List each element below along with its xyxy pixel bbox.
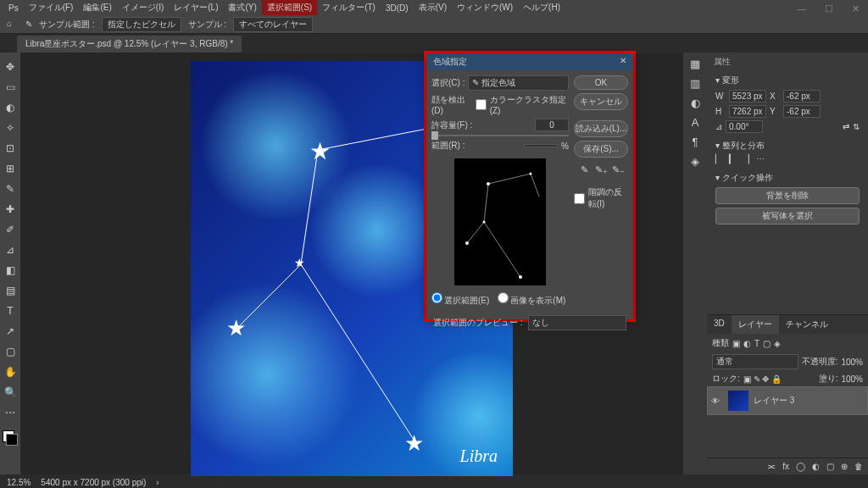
type-panel-icon[interactable]: A	[692, 116, 699, 129]
save-button[interactable]: 保存(S)...	[574, 141, 628, 158]
layer-name[interactable]: レイヤー 3	[754, 395, 794, 407]
menu-filter[interactable]: フィルター(T)	[317, 0, 381, 15]
sample-select[interactable]: すべてのレイヤー	[233, 17, 313, 32]
menu-edit[interactable]: 編集(E)	[78, 0, 116, 15]
fx-icon[interactable]: fx	[782, 462, 789, 471]
radio-selection[interactable]: 選択範囲(E)	[431, 292, 489, 307]
menu-image[interactable]: イメージ(I)	[117, 0, 169, 15]
close-icon[interactable]: ✕	[847, 2, 865, 16]
more-tools-icon[interactable]: ⋯	[3, 405, 18, 420]
hand-tool-icon[interactable]: ✋	[3, 364, 18, 380]
flip-v-icon[interactable]: ⇅	[853, 122, 860, 131]
styles-panel-icon[interactable]: ◈	[691, 155, 699, 168]
menu-help[interactable]: ヘルプ(H)	[518, 0, 565, 15]
blend-mode-select[interactable]: 通常	[712, 354, 798, 369]
tab-3d[interactable]: 3D	[707, 315, 732, 334]
paragraph-panel-icon[interactable]: ¶	[693, 136, 698, 148]
move-tool-icon[interactable]: ✥	[3, 59, 18, 75]
heal-tool-icon[interactable]: ✚	[3, 202, 18, 217]
select-subject-button[interactable]: 被写体を選択	[715, 208, 860, 225]
wand-tool-icon[interactable]: ✧	[3, 120, 18, 136]
align-right-icon[interactable]: ▕	[743, 154, 749, 164]
eyedropper-add-icon[interactable]: ✎₊	[594, 164, 608, 178]
zoom-level[interactable]: 12.5%	[7, 478, 31, 487]
radio-image[interactable]: 画像を表示(M)	[498, 292, 565, 307]
frame-tool-icon[interactable]: ⊞	[3, 161, 18, 176]
path-tool-icon[interactable]: ↗	[3, 324, 18, 339]
crop-tool-icon[interactable]: ⊡	[3, 141, 18, 156]
document-tab[interactable]: Libra星座ポスター.psd @ 12.5% (レイヤー 3, RGB/8) …	[17, 36, 242, 53]
select-dropdown[interactable]: ✎ 指定色域	[468, 75, 569, 91]
width-input[interactable]	[729, 90, 766, 103]
color-panel-icon[interactable]: ▦	[690, 58, 700, 70]
lock-icons[interactable]: ▣ ✎ ✥ 🔒	[743, 374, 782, 384]
menu-3d[interactable]: 3D(D)	[381, 2, 414, 14]
filter-pixel-icon[interactable]: ▣	[732, 339, 740, 348]
filter-adjust-icon[interactable]: ◐	[743, 339, 751, 348]
minimize-icon[interactable]: —	[792, 2, 811, 16]
preview-mode-select[interactable]: なし	[528, 315, 626, 330]
fuzziness-input[interactable]: 0	[535, 119, 569, 131]
stamp-tool-icon[interactable]: ⊿	[3, 242, 18, 258]
dialog-titlebar[interactable]: 色域指定 ✕	[426, 53, 633, 70]
align-more-icon[interactable]: ⋯	[756, 154, 765, 164]
filter-type-icon[interactable]: T	[754, 339, 760, 348]
adjustments-panel-icon[interactable]: ◐	[691, 97, 700, 109]
load-button[interactable]: 読み込み(L)...	[574, 120, 628, 137]
lasso-tool-icon[interactable]: ◐	[3, 100, 18, 115]
layer-row[interactable]: 👁 レイヤー 3	[707, 386, 868, 415]
opacity-value[interactable]: 100%	[841, 358, 863, 367]
filter-smart-icon[interactable]: ◈	[774, 339, 781, 348]
dialog-close-icon[interactable]: ✕	[620, 56, 626, 68]
eraser-tool-icon[interactable]: ◧	[3, 263, 18, 278]
home-icon[interactable]: ⌂	[7, 19, 19, 30]
angle-icon: ⊿	[715, 122, 722, 131]
adjustment-layer-icon[interactable]: ◐	[812, 462, 820, 471]
angle-input[interactable]	[726, 120, 763, 133]
status-chevron-icon[interactable]: ›	[156, 478, 159, 487]
visibility-icon[interactable]: 👁	[711, 396, 723, 406]
swatches-panel-icon[interactable]: ▥	[690, 77, 700, 90]
sample-area-select[interactable]: 指定したピクセル	[102, 17, 181, 32]
layer-thumbnail[interactable]	[728, 391, 748, 411]
ok-button[interactable]: OK	[574, 75, 628, 90]
align-center-icon[interactable]: ▎	[729, 154, 736, 164]
cancel-button[interactable]: キャンセル	[574, 93, 628, 110]
gradient-tool-icon[interactable]: ▤	[3, 283, 18, 298]
marquee-tool-icon[interactable]: ▭	[3, 80, 18, 95]
maximize-icon[interactable]: ☐	[820, 2, 838, 16]
eyedropper-sub-icon[interactable]: ✎₋	[611, 164, 625, 178]
tab-channels[interactable]: チャンネル	[779, 315, 835, 334]
new-layer-icon[interactable]: ⊕	[841, 462, 848, 471]
link-layers-icon[interactable]: ⫘	[767, 462, 776, 471]
mask-icon[interactable]: ◯	[796, 462, 805, 471]
menu-type[interactable]: 書式(Y)	[223, 0, 261, 15]
menu-layer[interactable]: レイヤー(L)	[169, 0, 223, 15]
zoom-tool-icon[interactable]: 🔍	[3, 385, 18, 400]
shape-tool-icon[interactable]: ▢	[3, 344, 18, 359]
menu-window[interactable]: ウィンドウ(W)	[452, 0, 518, 15]
menu-view[interactable]: 表示(V)	[414, 0, 452, 15]
eyedropper-icon[interactable]: ✎	[577, 164, 591, 178]
group-icon[interactable]: ▢	[826, 462, 834, 471]
remove-bg-button[interactable]: 背景を削除	[715, 187, 860, 204]
color-swatch[interactable]	[3, 430, 18, 446]
delete-layer-icon[interactable]: 🗑	[854, 462, 863, 471]
flip-h-icon[interactable]: ⇄	[843, 122, 849, 131]
height-input[interactable]	[729, 105, 766, 118]
align-left-icon[interactable]: ▏	[715, 154, 722, 164]
menu-file[interactable]: ファイル(F)	[24, 0, 79, 15]
type-tool-icon[interactable]: T	[3, 303, 18, 319]
filter-shape-icon[interactable]: ▢	[763, 339, 771, 348]
fuzziness-slider[interactable]	[431, 135, 569, 136]
menu-select[interactable]: 選択範囲(S)	[262, 0, 317, 15]
y-input[interactable]	[783, 105, 821, 118]
invert-checkbox[interactable]: 階調の反転(I)	[574, 186, 628, 210]
brush-tool-icon[interactable]: ✐	[3, 222, 18, 237]
eyedropper-icon[interactable]: ✎	[3, 181, 18, 197]
x-input[interactable]	[783, 90, 821, 103]
cluster-checkbox[interactable]	[476, 99, 487, 110]
eyedropper-tool-icon[interactable]: ✎	[25, 19, 32, 29]
tab-layers[interactable]: レイヤー	[732, 315, 779, 334]
fill-value[interactable]: 100%	[841, 374, 863, 384]
